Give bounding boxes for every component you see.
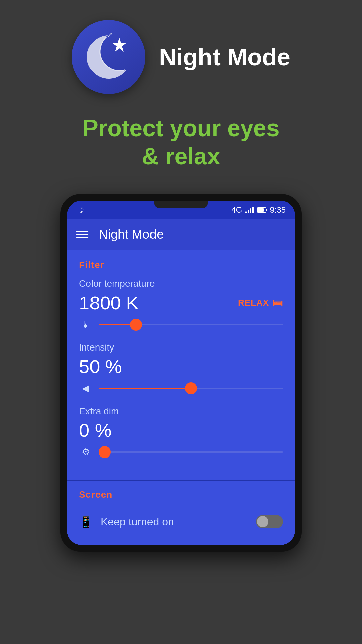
color-temp-label: Color temperature [79, 278, 283, 289]
extra-dim-slider-row: ⚙ [79, 446, 283, 458]
extra-dim-row: 0 % [79, 419, 283, 441]
extra-dim-label: Extra dim [79, 406, 283, 417]
keep-turned-on-label: Keep turned on [101, 516, 249, 528]
moon-status-icon: ☽ [76, 205, 84, 215]
phone-mockup: ☽ 4G 9:35 [60, 194, 302, 552]
extra-dim-value: 0 % [79, 419, 112, 441]
relax-label: RELAX [238, 298, 269, 308]
time-label: 9:35 [270, 205, 286, 215]
filter-section: Filter Color temperature 1800 K RELAX 🛏 … [67, 250, 295, 480]
keep-turned-on-row: 📱 Keep turned on [79, 508, 283, 535]
phone-screen: ☽ 4G 9:35 [67, 201, 295, 545]
screen-section: Screen 📱 Keep turned on [67, 481, 295, 545]
logo-row: Night Mode [72, 20, 290, 94]
status-left: ☽ [76, 205, 84, 215]
svg-marker-0 [112, 38, 126, 52]
app-logo [72, 20, 145, 94]
color-temp-slider[interactable] [99, 324, 283, 325]
status-right: 4G 9:35 [231, 205, 286, 215]
app-toolbar: Night Mode [67, 219, 295, 250]
tagline: Protect your eyes & relax [82, 114, 279, 170]
toggle-knob [257, 516, 268, 527]
toolbar-title: Night Mode [99, 227, 164, 242]
intensity-value: 50 % [79, 356, 122, 377]
tagline-line2: & relax [82, 142, 279, 170]
thermometer-icon: 🌡 [79, 319, 93, 330]
signal-icon [245, 207, 254, 213]
keep-turned-on-toggle[interactable] [256, 515, 283, 528]
color-temp-value: 1800 K [79, 292, 139, 314]
hamburger-menu-icon[interactable] [76, 231, 88, 238]
intensity-label: Intensity [79, 342, 283, 353]
filter-section-label: Filter [79, 260, 283, 270]
intensity-row: 50 % [79, 356, 283, 377]
battery-icon [257, 207, 266, 213]
volume-icon: ◀ [79, 383, 93, 394]
color-temp-slider-row: 🌡 [79, 319, 283, 330]
extra-dim-slider[interactable] [99, 451, 283, 453]
phone-screen-icon: 📱 [79, 515, 94, 528]
network-label: 4G [231, 205, 242, 215]
screen-section-label: Screen [79, 481, 283, 500]
header-area: Night Mode Protect your eyes & relax ☽ 4… [0, 0, 362, 552]
phone-speaker [154, 201, 208, 208]
app-title: Night Mode [159, 43, 290, 71]
color-temp-row: 1800 K RELAX 🛏 [79, 292, 283, 314]
gear-icon: ⚙ [79, 446, 93, 458]
intensity-slider-row: ◀ [79, 383, 283, 394]
bed-icon: 🛏 [273, 297, 283, 309]
relax-badge: RELAX 🛏 [238, 297, 283, 309]
tagline-line1: Protect your eyes [82, 114, 279, 142]
intensity-slider[interactable] [99, 388, 283, 389]
